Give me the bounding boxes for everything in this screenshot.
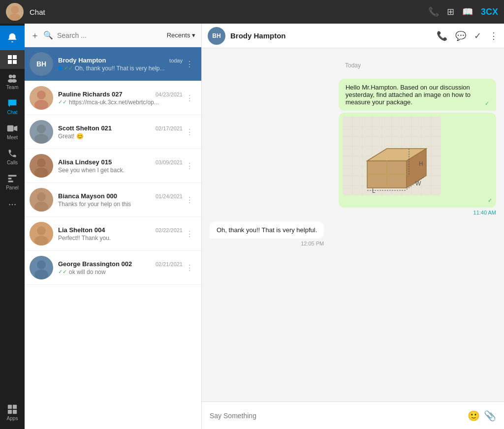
calls-label: Calls — [7, 160, 18, 165]
new-chat-button[interactable]: ＋ — [31, 30, 39, 41]
chat-more-button[interactable]: ⋮ — [183, 60, 196, 69]
chat-area: BH Brody Hampton 📞 💬 ✓ ⋮ Today Hello Mr.… — [202, 24, 504, 429]
svg-rect-16 — [13, 405, 17, 409]
chat-time: 02/17/2021 — [156, 125, 183, 131]
message-time: 12:05 PM — [210, 241, 324, 246]
list-item[interactable]: Alisa Lindsey 015 03/09/2021 See you whe… — [25, 149, 201, 183]
contact-name: Lia Shelton 004 — [58, 226, 105, 234]
chat-more-button[interactable]: ⋮ — [183, 161, 196, 171]
package-image: H L W — [343, 117, 441, 195]
contact-name: Bianca Mayson 000 — [58, 192, 117, 200]
sidebar-item-calls[interactable]: Calls — [0, 144, 25, 169]
sidebar-item-more[interactable]: ··· — [0, 194, 25, 213]
chat-more-button[interactable]: ⋮ — [183, 195, 196, 205]
call-button[interactable]: 📞 — [437, 31, 447, 41]
sidebar-item-apps[interactable]: Apps — [0, 400, 25, 425]
notifications-bell[interactable] — [0, 26, 25, 50]
svg-rect-15 — [8, 405, 12, 409]
chat-time: 02/21/2021 — [156, 261, 183, 267]
avatar: BH — [30, 52, 53, 76]
app-title: Chat — [30, 8, 428, 16]
svg-text:H: H — [419, 160, 423, 167]
team-icon — [7, 73, 18, 84]
svg-point-7 — [12, 75, 16, 78]
svg-point-21 — [34, 100, 48, 110]
list-item[interactable]: BH Brody Hampton today ✓✓ Oh, thank you!… — [25, 47, 201, 81]
left-nav: Team Chat Meet — [0, 24, 25, 429]
recents-dropdown[interactable]: Recents ▾ — [167, 31, 195, 39]
video-button[interactable]: 💬 — [455, 31, 466, 41]
contact-name: Scott Shelton 021 — [58, 124, 112, 132]
chat-item-content: Bianca Mayson 000 01/24/2021 Thanks for … — [58, 192, 183, 208]
left-panel: ＋ 🔍 Recents ▾ BH Brody Hampton today ✓✓ … — [25, 24, 202, 429]
svg-rect-17 — [8, 410, 12, 414]
qr-icon[interactable]: ⊞ — [447, 6, 454, 17]
svg-point-30 — [34, 202, 48, 212]
read-receipt: ✓✓ — [64, 65, 73, 71]
sidebar-item-chat[interactable]: Chat — [0, 94, 25, 119]
svg-text:L: L — [372, 187, 376, 194]
top-bar: Chat 📞 ⊞ 📖 3CX — [0, 0, 504, 24]
svg-rect-5 — [13, 60, 17, 64]
svg-point-35 — [37, 260, 46, 269]
chat-nav-label: Chat — [7, 110, 17, 115]
message-input[interactable] — [210, 412, 464, 420]
tick: ✓ — [488, 197, 492, 203]
list-item[interactable]: Bianca Mayson 000 01/24/2021 Thanks for … — [25, 183, 201, 217]
chat-more-button[interactable]: ⋮ — [183, 127, 196, 137]
svg-point-36 — [34, 270, 48, 279]
team-label: Team — [6, 85, 18, 90]
list-item[interactable]: Scott Shelton 021 02/17/2021 Great! 😊 ⋮ — [25, 115, 201, 149]
avatar — [30, 86, 53, 110]
search-input[interactable] — [57, 31, 163, 39]
svg-point-33 — [34, 236, 48, 245]
attachment-button[interactable]: 📎 — [484, 410, 496, 422]
search-bar: ＋ 🔍 Recents ▾ — [25, 24, 201, 47]
list-item[interactable]: Pauline Richards 027 04/23/2021 ✓✓ https… — [25, 81, 201, 115]
chat-preview: Perfect!! Thank you. — [58, 235, 111, 242]
svg-point-1 — [9, 14, 21, 21]
panel-label: Panel — [6, 185, 19, 190]
time-label: 11:40 AM — [473, 210, 496, 215]
svg-rect-4 — [8, 60, 12, 64]
contact-name: George Brassington 002 — [58, 260, 132, 268]
book-icon[interactable]: 📖 — [462, 6, 473, 17]
more-icon: ··· — [7, 198, 18, 209]
image-attachment[interactable]: H L W ✓ — [339, 113, 496, 208]
apps-icon — [7, 404, 18, 415]
chat-more-button[interactable]: ⋮ — [183, 263, 196, 273]
avatar — [30, 222, 53, 245]
user-avatar[interactable] — [6, 3, 24, 21]
more-options-button[interactable]: ⋮ — [489, 31, 498, 41]
chat-more-button[interactable]: ⋮ — [183, 229, 196, 239]
list-item[interactable]: George Brassington 002 02/21/2021 ✓✓ ok … — [25, 251, 201, 285]
svg-point-27 — [34, 168, 48, 178]
chat-list: BH Brody Hampton today ✓✓ Oh, thank you!… — [25, 47, 201, 429]
chat-preview: https://mca-uk.3cx.net/webrtc/op... — [69, 99, 159, 106]
svg-rect-14 — [8, 181, 13, 182]
svg-point-24 — [34, 134, 48, 144]
apps-label: Apps — [7, 416, 18, 421]
chat-time: 03/09/2021 — [156, 159, 183, 165]
svg-point-26 — [37, 158, 46, 167]
list-item[interactable]: Lia Shelton 004 02/22/2021 Perfect!! Tha… — [25, 217, 201, 251]
active-chat-name: Brody Hampton — [230, 31, 432, 40]
messages-area: Today Hello Mr.Hampton. Based on our dis… — [202, 48, 504, 401]
svg-rect-2 — [8, 55, 12, 59]
avatar — [30, 120, 53, 144]
meet-icon — [7, 123, 18, 134]
message-time: ✓ — [343, 197, 492, 204]
chat-preview: See you when I get back. — [58, 167, 125, 174]
check-button[interactable]: ✓ — [474, 31, 481, 41]
svg-rect-13 — [8, 178, 12, 179]
sidebar-item-windows[interactable] — [0, 50, 25, 69]
sidebar-item-panel[interactable]: Panel — [0, 169, 25, 194]
sidebar-item-meet[interactable]: Meet — [0, 119, 25, 144]
sidebar-item-team[interactable]: Team — [0, 69, 25, 94]
search-icon: 🔍 — [43, 31, 53, 40]
chat-more-button[interactable]: ⋮ — [183, 93, 196, 103]
message-bubble: Hello Mr.Hampton. Based on our discussio… — [339, 79, 496, 111]
emoji-button[interactable]: 🙂 — [468, 410, 480, 422]
svg-marker-11 — [14, 126, 17, 131]
phone-icon[interactable]: 📞 — [428, 6, 439, 17]
